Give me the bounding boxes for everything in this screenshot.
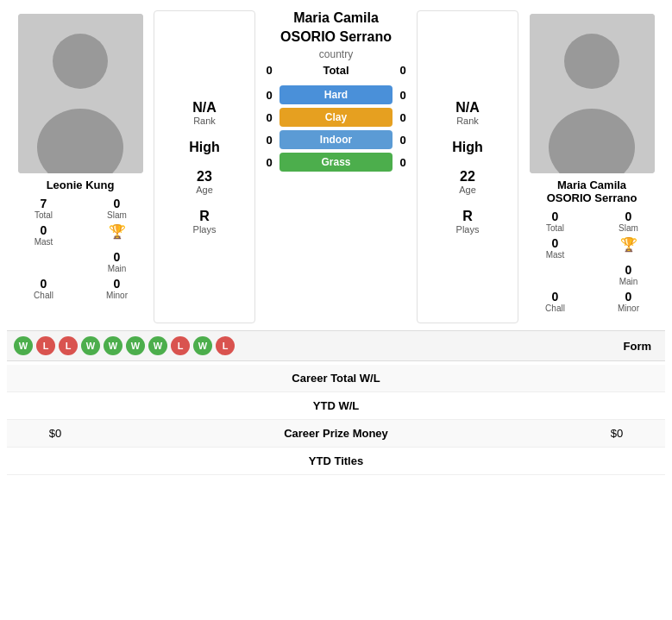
- right-plays-value: R: [456, 209, 480, 224]
- right-player-stats: 0 Total 0 Slam: [522, 210, 662, 233]
- left-total-value: 7: [41, 197, 47, 210]
- right-chall-value: 0: [552, 290, 559, 304]
- right-age-value: 22: [459, 169, 476, 185]
- right-mast-label: Mast: [546, 250, 565, 260]
- right-total-value: 0: [552, 210, 559, 223]
- prize-label: Career Prize Money: [90, 427, 582, 440]
- hard-right-score: 0: [393, 89, 413, 102]
- right-player-name: Maria Camila OSORIO Serrano: [547, 178, 637, 204]
- surface-clay-row: 0 Clay 0: [259, 108, 413, 127]
- left-minor-value: 0: [114, 277, 121, 291]
- left-mast-label: Mast: [35, 237, 53, 247]
- right-high-value: High: [452, 140, 483, 155]
- indoor-left-score: 0: [259, 134, 279, 147]
- right-country-text: country: [319, 48, 353, 60]
- right-chall-stat: 0 Chall: [522, 290, 588, 313]
- prize-right: $0: [582, 427, 651, 440]
- left-main-label: Main: [108, 264, 127, 273]
- right-player-avatar: [530, 14, 655, 173]
- right-mast-value: 0: [552, 236, 559, 250]
- left-age-value: 23: [196, 169, 213, 185]
- right-slam-label: Slam: [619, 223, 638, 233]
- right-player-name-line1: Maria Camila: [293, 10, 379, 26]
- left-total-stat: 7 Total: [10, 197, 77, 220]
- right-player-stats-2: 0 Mast 🏆 0 Main: [522, 236, 662, 286]
- left-player-stats: 7 Total 0 Slam: [10, 197, 150, 220]
- right-player-name-line2: OSORIO Serrano: [280, 29, 392, 45]
- right-country-row: country: [319, 48, 353, 60]
- prize-row: $0 Career Prize Money $0: [7, 420, 665, 448]
- right-main-value: 0: [625, 263, 632, 277]
- left-minor-label: Minor: [106, 291, 128, 300]
- indoor-button[interactable]: Indoor: [279, 130, 393, 149]
- total-right-score: 0: [393, 64, 413, 77]
- left-mast-value: 0: [41, 223, 47, 237]
- comparison-top: Leonie Kung 7 Total 0 Slam 0 Mast: [7, 7, 665, 323]
- left-total-label: Total: [35, 210, 53, 220]
- right-main-label: Main: [619, 277, 638, 286]
- form-badge-2: L: [36, 336, 55, 355]
- form-section: W L L W W W W L W L Form: [7, 330, 665, 361]
- right-rank-value: N/A: [455, 100, 480, 116]
- hard-button[interactable]: Hard: [279, 85, 393, 104]
- left-main-value: 0: [114, 250, 121, 264]
- right-minor-label: Minor: [618, 304, 639, 313]
- left-slam-stat: 0 Slam: [84, 197, 150, 220]
- right-trophy-icon: 🏆: [620, 236, 637, 253]
- ytd-wl-label: YTD W/L: [90, 399, 582, 412]
- ytd-titles-label: YTD Titles: [90, 454, 582, 467]
- left-age: 23 Age: [196, 169, 213, 195]
- left-plays: R Plays: [193, 209, 217, 235]
- right-total-stat: 0 Total: [522, 210, 588, 233]
- left-player-stats-2: 0 Mast 🏆 0 Main: [10, 223, 150, 273]
- form-badge-10: L: [216, 336, 235, 355]
- grass-button[interactable]: Grass: [279, 153, 393, 172]
- ytd-titles-row: YTD Titles: [7, 448, 665, 475]
- left-main-stat: 0 Main: [84, 250, 150, 273]
- right-mast-stat: 0 Mast: [522, 236, 588, 260]
- surface-indoor-row: 0 Indoor 0: [259, 130, 413, 149]
- total-label: Total: [279, 64, 393, 77]
- clay-right-score: 0: [393, 111, 413, 124]
- right-player-card: Maria Camila OSORIO Serrano 0 Total 0 Sl…: [518, 7, 665, 323]
- page-wrapper: Leonie Kung 7 Total 0 Slam 0 Mast: [0, 0, 672, 482]
- left-trophy-icon: 🏆: [109, 223, 126, 240]
- surface-buttons: 0 Hard 0 0 Clay 0 0 Indoor 0: [259, 85, 413, 172]
- total-row: 0 Total 0: [259, 64, 413, 77]
- form-badge-5: W: [104, 336, 122, 355]
- left-middle-stats: N/A Rank High 23 Age R Plays: [154, 10, 255, 323]
- right-middle-stats: N/A Rank High 22 Age R Plays: [417, 10, 518, 323]
- form-badge-6: W: [126, 336, 145, 355]
- form-badge-3: L: [59, 336, 78, 355]
- left-high: High: [189, 140, 220, 155]
- career-wl-label: Career Total W/L: [90, 372, 582, 385]
- svg-point-4: [564, 34, 619, 89]
- right-total-label: Total: [546, 223, 564, 233]
- right-plays: R Plays: [456, 209, 480, 235]
- form-badge-8: L: [171, 336, 190, 355]
- left-plays-value: R: [193, 209, 217, 224]
- main-container: Leonie Kung 7 Total 0 Slam 0 Mast: [0, 0, 672, 482]
- grass-left-score: 0: [259, 156, 279, 169]
- right-player-stats-3: 0 Chall 0 Minor: [522, 290, 662, 313]
- left-slam-value: 0: [114, 197, 121, 210]
- grass-right-score: 0: [393, 156, 413, 169]
- ytd-wl-row: YTD W/L: [7, 392, 665, 420]
- left-rank: N/A Rank: [192, 100, 217, 126]
- left-mast-stat: 0 Mast: [10, 223, 77, 247]
- right-minor-stat: 0 Minor: [595, 290, 662, 313]
- form-badge-4: W: [81, 336, 100, 355]
- form-badge-7: W: [148, 336, 167, 355]
- right-main-stat: 0 Main: [595, 263, 662, 286]
- right-rank-label: Rank: [455, 116, 480, 126]
- right-age-label: Age: [459, 185, 476, 195]
- left-chall-value: 0: [41, 277, 47, 291]
- left-player-name: Leonie Kung: [47, 178, 115, 191]
- prize-left: $0: [21, 427, 90, 440]
- svg-point-1: [53, 34, 108, 89]
- left-player-card: Leonie Kung 7 Total 0 Slam 0 Mast: [7, 7, 154, 323]
- clay-button[interactable]: Clay: [279, 108, 393, 127]
- center-section: Maria Camila OSORIO Serrano country 0 To…: [255, 7, 417, 323]
- right-slam-stat: 0 Slam: [595, 210, 662, 233]
- left-chall-stat: 0 Chall: [10, 277, 77, 300]
